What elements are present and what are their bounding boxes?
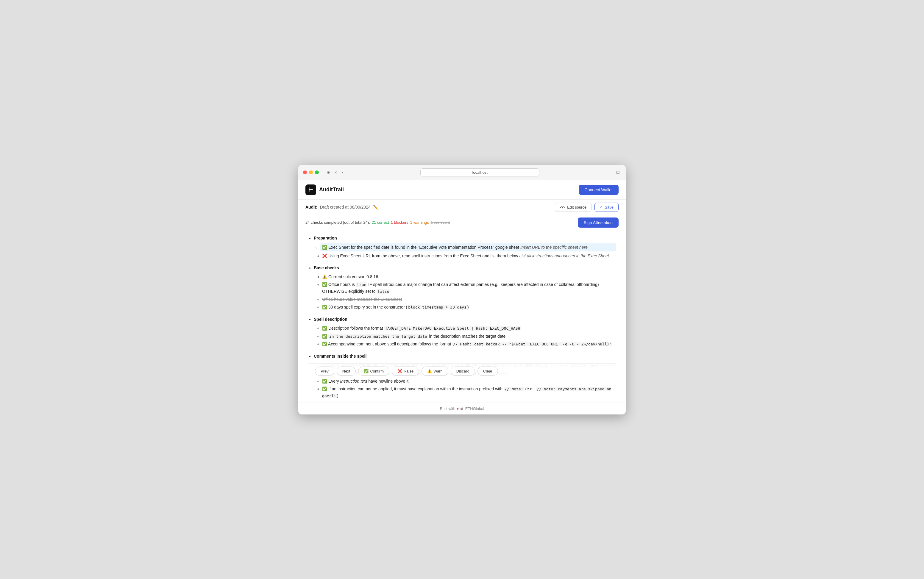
preparation-item-2-italic: List all instructions announced in the E… <box>519 254 609 258</box>
save-button[interactable]: ✓ Save <box>595 203 619 212</box>
stat-irrelevant: 1 irrelevant <box>431 220 450 225</box>
section-base-checks-title: Base checks <box>314 265 616 272</box>
spell-description-items: ✅ Description follows the format TARGET_… <box>322 325 616 348</box>
app-name: AuditTrail <box>319 186 344 193</box>
url-bar <box>349 168 611 177</box>
next-button[interactable]: Next <box>337 366 356 376</box>
spell-desc-item-3: ✅ Accompanying comment above spell descr… <box>322 341 616 348</box>
main-content: Preparation ✅ Exec Sheet for the specifi… <box>298 230 626 402</box>
sub-header-actions: </> Edit source ✓ Save <box>555 203 619 212</box>
edit-icon[interactable]: ✏️ <box>373 205 378 209</box>
warn-icon: ⚠️ <box>427 369 432 373</box>
bottom-toolbar: Prev Next ✅ Confirm ❌ Raise ⚠️ Warn Disc… <box>308 363 616 379</box>
preparation-items: ✅ Exec Sheet for the specified date is f… <box>322 244 616 259</box>
raise-icon: ❌ <box>397 369 402 373</box>
raise-button[interactable]: ❌ Raise <box>392 366 419 376</box>
heart-icon: ♥ <box>456 406 459 411</box>
fullscreen-button[interactable] <box>315 170 319 174</box>
logo-icon: ⊢ <box>305 185 316 195</box>
warn-button[interactable]: ⚠️ Warn <box>421 366 448 376</box>
edit-source-button[interactable]: </> Edit source <box>555 203 592 212</box>
stat-correct: 21 correct <box>372 220 389 225</box>
minimize-button[interactable] <box>309 170 313 174</box>
app-header: ⊢ AuditTrail Connect Wallet <box>298 180 626 200</box>
main-window: ⊞ ‹ › ⊡ ⊢ AuditTrail Connect Wallet Audi… <box>298 165 626 414</box>
app-logo: ⊢ AuditTrail <box>305 185 344 195</box>
base-check-item-1: ⚠️ Current solc version 0.8.16 <box>322 273 616 280</box>
back-button[interactable]: ‹ <box>333 169 339 175</box>
stats-left: 24 checks completed (out of total 24): 2… <box>305 220 450 225</box>
audit-info: Audit: Draft created at 08/09/2024 ✏️ <box>305 205 378 209</box>
forward-button[interactable]: › <box>340 169 345 175</box>
share-button[interactable]: ⊡ <box>615 169 621 176</box>
base-check-item-4: ✅ 30 days spell expiry set in the constr… <box>322 304 616 311</box>
sidebar-toggle-button[interactable]: ⊞ <box>325 169 332 176</box>
section-spell-description-title: Spell description <box>314 316 616 323</box>
prev-button[interactable]: Prev <box>315 366 334 376</box>
url-input[interactable] <box>420 168 539 177</box>
base-checks-items: ⚠️ Current solc version 0.8.16 ✅ Office … <box>322 273 616 311</box>
stats-summary: 24 checks completed (out of total 24): <box>305 220 370 225</box>
strikethrough-text: Office hours value matches the Exec Shee… <box>322 297 402 302</box>
sub-header: Audit: Draft created at 08/09/2024 ✏️ </… <box>298 200 626 215</box>
confirm-button[interactable]: ✅ Confirm <box>358 366 389 376</box>
comments-item-4: ✅ If an instruction can not be applied, … <box>322 386 616 399</box>
spell-desc-item-1: ✅ Description follows the format TARGET_… <box>322 325 616 332</box>
section-comments-title: Comments inside the spell <box>314 353 616 360</box>
stat-warnings: 1 warnings <box>410 220 429 225</box>
sign-attestation-button[interactable]: Sign Attestation <box>578 218 619 227</box>
connect-wallet-button[interactable]: Connect Wallet <box>579 185 619 195</box>
section-preparation-title: Preparation <box>314 235 616 242</box>
stat-blockers: 1 blockers <box>391 220 408 225</box>
checkmark-icon: ✓ <box>600 205 603 209</box>
titlebar-controls: ⊞ ‹ › <box>325 169 345 176</box>
stats-bar: 24 checks completed (out of total 24): 2… <box>298 215 626 230</box>
footer: Built with ♥ at ETHGlobal <box>298 402 626 414</box>
confirm-icon: ✅ <box>364 369 369 373</box>
section-spell-description: Spell description ✅ Description follows … <box>308 316 616 348</box>
base-check-item-3: Office hours value matches the Exec Shee… <box>322 296 616 303</box>
base-check-item-2: ✅ Office hours is true IF spell introduc… <box>322 281 616 295</box>
audit-label: Audit: <box>305 205 317 209</box>
clear-button[interactable]: Clear <box>477 366 498 376</box>
preparation-item-1-italic: Insert URL to the specific sheet here <box>520 245 588 250</box>
discard-button[interactable]: Discard <box>451 366 475 376</box>
titlebar: ⊞ ‹ › ⊡ <box>298 165 626 180</box>
section-preparation: Preparation ✅ Exec Sheet for the specifi… <box>308 235 616 260</box>
preparation-item-1: ✅ Exec Sheet for the specified date is f… <box>320 244 616 251</box>
traffic-lights <box>303 170 319 174</box>
audit-date: Draft created at 08/09/2024 <box>320 205 370 209</box>
footer-text: Built with ♥ at ETHGlobal <box>440 406 484 411</box>
titlebar-right: ⊡ <box>615 169 621 176</box>
comments-item-3: ✅ Every Instruction text have newline ab… <box>322 378 616 384</box>
preparation-item-2: ❌ Using Exec Sheet URL from the above, r… <box>322 253 616 259</box>
close-button[interactable] <box>303 170 307 174</box>
section-base-checks: Base checks ⚠️ Current solc version 0.8.… <box>308 265 616 311</box>
spell-desc-item-2: ✅ in the description matches the target … <box>322 333 616 340</box>
code-icon: </> <box>560 205 565 209</box>
